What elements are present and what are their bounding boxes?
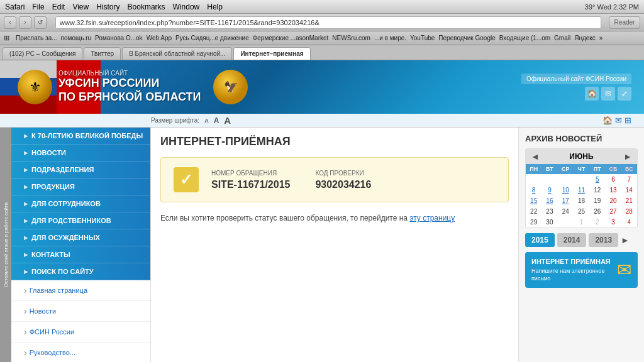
- cal-next[interactable]: ►: [623, 151, 632, 162]
- year-next-arrow[interactable]: ►: [621, 235, 630, 245]
- cal-cell-27[interactable]: 27: [605, 206, 621, 217]
- cal-cell-7[interactable]: 7: [621, 174, 637, 185]
- feedback-vertical-label[interactable]: Оставьте свой отзыв о работе сайта: [3, 202, 9, 287]
- bookmark-8[interactable]: ...и в мире.: [374, 35, 406, 41]
- bookmark-10[interactable]: Переводчик Google: [438, 35, 495, 41]
- menu-bookmarks[interactable]: Bookmarks: [128, 3, 165, 11]
- cal-cell-30[interactable]: 30: [541, 217, 557, 228]
- tab-1[interactable]: (102) PC – Сообщения: [3, 47, 82, 60]
- official-fsin-link[interactable]: Официальный сайт ФСИН России: [521, 74, 631, 84]
- font-small[interactable]: А: [204, 118, 209, 124]
- inet-reception-box[interactable]: ИНТЕРНЕТ ПРИЁМНАЯ Напишите нам электронн…: [525, 252, 638, 288]
- cal-cell-11[interactable]: 11: [574, 185, 589, 195]
- bookmark-5[interactable]: Русь Сидяц...е движение: [175, 35, 249, 41]
- cal-cell-6[interactable]: 6: [605, 174, 621, 185]
- cal-cell-13[interactable]: 13: [605, 185, 621, 195]
- tab-3[interactable]: В Брянской областной научной...: [122, 47, 232, 60]
- email-icon[interactable]: ✉: [601, 87, 615, 101]
- refresh-button[interactable]: ↺: [34, 16, 47, 29]
- nav-item-8[interactable]: КОНТАКТЫ: [11, 246, 150, 263]
- cal-cell-29[interactable]: 29: [526, 217, 541, 228]
- address-bar[interactable]: www.32.fsin.su/reception/index.php?numbe…: [55, 16, 601, 29]
- expand-icon[interactable]: ⤢: [618, 87, 631, 101]
- home-icon[interactable]: 🏠: [585, 87, 599, 101]
- mac-menu[interactable]: Safari File Edit View History Bookmarks …: [5, 3, 223, 11]
- sub-item-3[interactable]: ФСИН России: [11, 322, 150, 343]
- site-email-icon[interactable]: ✉: [615, 116, 622, 125]
- sub-item-1[interactable]: Главная страница: [11, 280, 150, 301]
- menu-file[interactable]: File: [32, 3, 44, 11]
- bookmark-3[interactable]: Романова О...ok: [95, 35, 143, 41]
- cal-month: ИЮНЬ: [569, 152, 593, 161]
- menu-help[interactable]: Help: [207, 3, 223, 11]
- reader-button[interactable]: Reader: [609, 16, 640, 29]
- nav-item-4[interactable]: ПРОДУКЦИЯ: [11, 178, 150, 195]
- info-link[interactable]: эту страницу: [409, 214, 455, 222]
- url-text: www.32.fsin.su/reception/index.php?numbe…: [60, 19, 319, 26]
- cal-cell-19[interactable]: 19: [589, 195, 605, 206]
- cal-cell-22[interactable]: 22: [526, 206, 541, 217]
- nav-item-3[interactable]: ПОДРАЗДЕЛЕНИЯ: [11, 162, 150, 178]
- cal-cell-9[interactable]: 9: [541, 185, 557, 195]
- menu-history[interactable]: History: [96, 3, 119, 11]
- year-2013[interactable]: 2013: [589, 233, 618, 247]
- nav-item-6[interactable]: ДЛЯ РОДСТВЕННИКОВ: [11, 212, 150, 229]
- tab-4-active[interactable]: Интернет–приемная: [233, 47, 310, 60]
- bookmark-9[interactable]: YouTube: [410, 35, 435, 41]
- cal-cell-17[interactable]: 17: [558, 195, 574, 206]
- cal-cell-26[interactable]: 26: [589, 206, 605, 217]
- bookmark-7[interactable]: NEWSru.com: [332, 35, 370, 41]
- receipt-code-field: КОД ПРОВЕРКИ 9302034216: [315, 170, 371, 190]
- nav-item-1[interactable]: К 70-ЛЕТИЮ ВЕЛИКОЙ ПОБЕДЫ: [11, 128, 150, 145]
- tab-2[interactable]: Твиттер: [84, 47, 121, 60]
- font-large[interactable]: А: [224, 115, 231, 126]
- calendar: ◄ ИЮНЬ ► ПН ВТ СР ЧТ ПТ СБ ВС: [525, 148, 638, 228]
- sub-item-2[interactable]: Новости: [11, 301, 150, 322]
- check-icon: ✓: [174, 167, 199, 192]
- cal-prev[interactable]: ◄: [531, 151, 540, 162]
- cal-cell-18[interactable]: 18: [574, 195, 589, 206]
- cal-cell-21[interactable]: 21: [621, 195, 637, 206]
- menu-edit[interactable]: Edit: [52, 3, 65, 11]
- nav-item-9[interactable]: ПОИСК ПО САЙТУ: [11, 263, 150, 280]
- cal-cell-8[interactable]: 8: [526, 185, 541, 195]
- cal-cell-15[interactable]: 15: [526, 195, 541, 206]
- cal-cell-12[interactable]: 12: [589, 185, 605, 195]
- bryansk-emblem: 🦅: [213, 70, 248, 104]
- nav-item-5[interactable]: ДЛЯ СОТРУДНИКОВ: [11, 195, 150, 212]
- site-home-icon[interactable]: 🏠: [602, 116, 613, 125]
- menu-window[interactable]: Window: [173, 3, 200, 11]
- menu-view[interactable]: View: [72, 3, 89, 11]
- cal-cell-25[interactable]: 25: [574, 206, 589, 217]
- cal-cell-16[interactable]: 16: [541, 195, 557, 206]
- bookmark-more[interactable]: »: [599, 35, 603, 41]
- mac-titlebar: Safari File Edit View History Bookmarks …: [0, 0, 644, 14]
- main-layout: Оставьте свой отзыв о работе сайта К 70-…: [0, 128, 644, 362]
- cal-cell-5[interactable]: 5: [589, 174, 605, 185]
- site-map-icon[interactable]: ⊞: [625, 116, 631, 125]
- cal-cell-20[interactable]: 20: [605, 195, 621, 206]
- bookmark-11[interactable]: Входящие (1...om: [499, 35, 550, 41]
- back-button[interactable]: ‹: [4, 16, 16, 29]
- nav-item-2[interactable]: НОВОСТИ: [11, 145, 150, 162]
- website: ⚜ ОФИЦИАЛЬНЫЙ САЙТ УФСИН РОССИИИПО БРЯНС…: [0, 60, 644, 362]
- menu-safari[interactable]: Safari: [5, 3, 25, 11]
- cal-cell-14[interactable]: 14: [621, 185, 637, 195]
- bookmark-13[interactable]: Яндекс: [574, 35, 596, 41]
- year-2015[interactable]: 2015: [525, 233, 555, 247]
- forward-button[interactable]: ›: [19, 16, 31, 29]
- cal-cell: [541, 174, 557, 185]
- year-2014[interactable]: 2014: [557, 233, 587, 247]
- cal-cell-28[interactable]: 28: [621, 206, 637, 217]
- cal-cell-10[interactable]: 10: [558, 185, 574, 195]
- bookmark-12[interactable]: Gmail: [554, 35, 570, 41]
- bookmark-4[interactable]: Web App: [147, 35, 172, 41]
- bookmark-1[interactable]: Прислать за...: [16, 35, 57, 41]
- cal-cell-24[interactable]: 24: [558, 206, 574, 217]
- cal-cell-23[interactable]: 23: [541, 206, 557, 217]
- font-medium[interactable]: А: [214, 116, 219, 125]
- bookmark-2[interactable]: помощь.ru: [61, 35, 92, 41]
- bookmark-6[interactable]: Фермерские ...asonMarket: [253, 35, 329, 41]
- nav-item-7[interactable]: ДЛЯ ОСУЖДЁННЫХ: [11, 229, 150, 246]
- sub-item-4[interactable]: Руководство...: [11, 343, 150, 362]
